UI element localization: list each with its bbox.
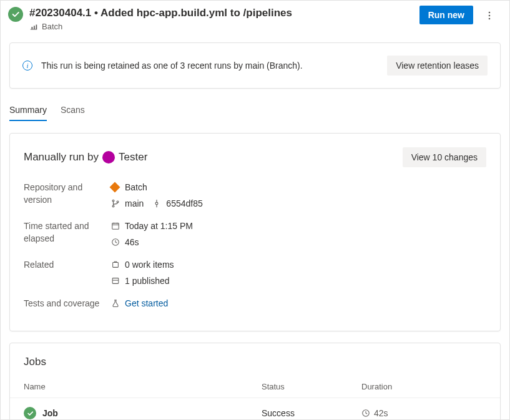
label-tests: Tests and coverage [24, 297, 105, 313]
svg-point-1 [489, 15, 491, 17]
job-name-cell: Job [24, 407, 262, 419]
page-header: #20230404.1 • Added hpc-app.build.yml to… [1, 1, 509, 31]
summary-card: Manually run by Tester View 10 changes R… [9, 133, 501, 331]
table-row[interactable]: Job Success 42s [10, 398, 500, 420]
job-status: Success [262, 408, 361, 418]
svg-point-0 [489, 12, 491, 14]
branch-name[interactable]: main [125, 197, 144, 210]
published-count[interactable]: 1 published [125, 275, 170, 287]
svg-point-2 [489, 18, 491, 20]
label-time: Time started and elapsed [24, 220, 105, 252]
success-icon [24, 407, 36, 419]
col-name: Name [24, 382, 262, 391]
svg-point-5 [117, 201, 119, 203]
clock-icon [361, 409, 370, 418]
run-by-user: Tester [119, 151, 147, 164]
info-icon: i [22, 61, 32, 71]
work-items-icon [111, 260, 120, 269]
clock-icon [111, 238, 120, 247]
value-time: Today at 1:15 PM 46s [111, 220, 486, 252]
jobs-table-header: Name Status Duration [10, 377, 500, 398]
run-by-line: Manually run by Tester [24, 151, 147, 164]
col-status: Status [262, 382, 361, 391]
project-name: Batch [42, 22, 62, 31]
tab-summary[interactable]: Summary [9, 105, 47, 121]
project-icon [29, 22, 38, 31]
success-icon [8, 7, 23, 22]
more-actions-button[interactable] [479, 6, 499, 26]
tab-bar: Summary Scans [1, 105, 509, 122]
details-grid: Repository and version Batch main 6554df… [24, 181, 486, 313]
retention-banner: i This run is being retained as one of 3… [9, 42, 501, 89]
branch-icon [111, 199, 120, 208]
flask-icon [111, 299, 120, 308]
view-retention-button[interactable]: View retention leases [387, 56, 488, 76]
label-repo: Repository and version [24, 181, 105, 213]
svg-rect-10 [112, 278, 119, 284]
run-by-prefix: Manually run by [24, 151, 99, 164]
calendar-icon [111, 222, 120, 230]
repo-name[interactable]: Batch [125, 181, 147, 193]
work-items-count[interactable]: 0 work items [125, 258, 174, 271]
avatar [102, 151, 115, 164]
artifact-icon [111, 276, 120, 285]
retention-message: This run is being retained as one of 3 r… [41, 61, 378, 71]
header-text-block: #20230404.1 • Added hpc-app.build.yml to… [29, 6, 413, 31]
tab-scans[interactable]: Scans [61, 105, 85, 121]
svg-point-6 [155, 202, 158, 205]
view-changes-button[interactable]: View 10 changes [403, 147, 486, 167]
job-name: Job [42, 408, 58, 418]
value-tests: Get started [111, 297, 486, 313]
svg-rect-7 [112, 223, 119, 230]
tests-get-started-link[interactable]: Get started [125, 297, 168, 310]
repo-icon [110, 182, 120, 193]
job-duration: 42s [374, 408, 388, 418]
svg-point-4 [112, 205, 114, 207]
summary-card-header: Manually run by Tester View 10 changes [24, 147, 486, 167]
commit-icon [152, 199, 161, 208]
svg-rect-9 [113, 263, 119, 268]
commit-hash[interactable]: 6554df85 [166, 197, 202, 210]
col-duration: Duration [361, 382, 486, 391]
page-title: #20230404.1 • Added hpc-app.build.yml to… [29, 6, 413, 21]
time-elapsed: 46s [125, 236, 139, 248]
job-duration-cell: 42s [361, 408, 486, 418]
time-started: Today at 1:15 PM [125, 220, 193, 232]
value-related: 0 work items 1 published [111, 258, 486, 291]
label-related: Related [24, 258, 105, 291]
project-subtitle: Batch [29, 22, 413, 31]
svg-point-3 [112, 200, 114, 202]
jobs-heading: Jobs [10, 343, 500, 377]
jobs-card: Jobs Name Status Duration Job Success 42… [9, 343, 501, 420]
run-new-button[interactable]: Run new [419, 6, 473, 24]
value-repo: Batch main 6554df85 [111, 181, 486, 213]
